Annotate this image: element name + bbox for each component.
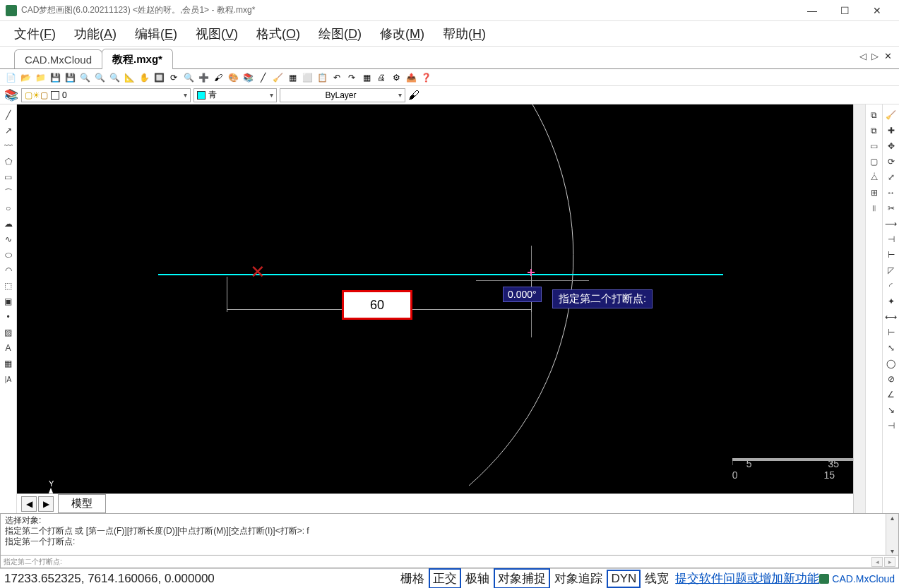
make-block-icon[interactable]: ▣: [2, 295, 15, 308]
regen-icon[interactable]: ⟳: [167, 71, 180, 84]
block-icon[interactable]: ⬜: [301, 71, 314, 84]
tab-active[interactable]: 教程.mxg*: [102, 49, 173, 69]
menu-function[interactable]: 功能(A): [66, 23, 125, 45]
open-icon[interactable]: 📂: [19, 71, 32, 84]
layer-manager-icon[interactable]: 📚: [4, 88, 18, 102]
export-icon[interactable]: 📤: [405, 71, 417, 84]
offset-tool-icon[interactable]: ⫴: [868, 202, 881, 215]
matchprops-icon[interactable]: 🖌: [408, 89, 419, 102]
tool-icon[interactable]: ➕: [197, 71, 210, 84]
status-polar[interactable]: 极轴: [463, 570, 492, 587]
hscroll-right[interactable]: ▸: [884, 557, 895, 567]
xline-tool-icon[interactable]: ↗: [2, 124, 15, 137]
dim-continue-icon[interactable]: ⊣: [885, 419, 898, 432]
spline-tool-icon[interactable]: ∿: [2, 233, 15, 246]
ellipse-arc-tool-icon[interactable]: ◠: [2, 264, 15, 277]
zoom-in-icon[interactable]: 🔍: [93, 71, 106, 84]
trim-tool-icon[interactable]: ✂: [885, 202, 898, 215]
window-tool-icon[interactable]: ▢: [868, 155, 881, 168]
chamfer-tool-icon[interactable]: ◸: [885, 264, 898, 277]
color-icon[interactable]: 🎨: [227, 71, 239, 84]
fillet-tool-icon[interactable]: ◜: [885, 280, 898, 292]
brand-label[interactable]: CAD.MxCloud: [819, 573, 895, 584]
dim-leader-icon[interactable]: ↘: [885, 404, 898, 416]
dim-angular-icon[interactable]: ∠: [885, 388, 898, 401]
print-icon[interactable]: 🖨: [375, 71, 388, 84]
model-tab[interactable]: 模型: [58, 494, 106, 513]
status-osnap[interactable]: 对象捕捉: [494, 568, 550, 588]
grid-icon[interactable]: ▦: [360, 71, 373, 84]
select-window-icon[interactable]: ▭: [868, 140, 881, 152]
zoom-extents-icon[interactable]: 🔍: [78, 71, 91, 84]
hscroll-left[interactable]: ◂: [871, 557, 883, 567]
zoom-out-icon[interactable]: 🔍: [108, 71, 121, 84]
rectangle-tool-icon[interactable]: ▭: [2, 171, 15, 184]
measure-icon[interactable]: 📐: [123, 71, 136, 84]
save-icon[interactable]: 💾: [49, 71, 61, 84]
tab-next-button[interactable]: ▶: [38, 496, 54, 512]
mirror-tool-icon[interactable]: ⧊: [868, 171, 881, 184]
dim-diameter-icon[interactable]: ⊘: [885, 373, 898, 385]
minimize-button[interactable]: —: [796, 0, 828, 21]
point-tool-icon[interactable]: •: [2, 311, 15, 323]
select-icon[interactable]: ▦: [286, 71, 299, 84]
line-tool-icon[interactable]: ╱: [2, 109, 15, 121]
menu-draw[interactable]: 绘图(D): [310, 23, 370, 45]
polygon-tool-icon[interactable]: ⬠: [2, 155, 15, 168]
revcloud-tool-icon[interactable]: ☁: [2, 217, 15, 230]
maximize-button[interactable]: ☐: [828, 0, 861, 21]
status-otrack[interactable]: 对象追踪: [552, 570, 605, 587]
rotate-tool-icon[interactable]: ⟳: [885, 155, 898, 168]
table-tool-icon[interactable]: ▦: [2, 357, 15, 370]
tab-prev-button[interactable]: ◀: [21, 496, 37, 512]
stretch-tool-icon[interactable]: ↔: [885, 186, 898, 199]
feedback-link[interactable]: 提交软件问题或增加新功能: [675, 570, 819, 587]
dim-linear-icon[interactable]: ⊢: [885, 326, 898, 339]
scale-tool-icon[interactable]: ⤢: [885, 171, 898, 184]
status-ortho[interactable]: 正交: [429, 568, 461, 588]
command-input[interactable]: 指定第二个打断点: ◂▸: [0, 556, 899, 568]
pan-icon[interactable]: ✋: [138, 71, 150, 84]
settings-icon[interactable]: ⚙: [390, 71, 403, 84]
menu-help[interactable]: 帮助(H): [434, 23, 494, 45]
erase-icon[interactable]: 🧹: [271, 71, 284, 84]
ellipse-tool-icon[interactable]: ⬭: [2, 248, 15, 261]
status-grid[interactable]: 栅格: [398, 570, 427, 587]
command-scrollbar[interactable]: ▴▾: [886, 514, 898, 555]
dim-radius-icon[interactable]: ◯: [885, 357, 898, 370]
text-tool-icon[interactable]: A: [2, 342, 15, 354]
insert-block-icon[interactable]: ⬚: [2, 280, 15, 292]
lengthen-tool-icon[interactable]: ⟷: [885, 311, 898, 323]
menu-format[interactable]: 格式(O): [248, 23, 309, 45]
tab-cloud[interactable]: CAD.MxCloud: [14, 49, 102, 68]
menu-modify[interactable]: 修改(M): [371, 23, 433, 45]
break-tool-icon[interactable]: ⊣: [885, 233, 898, 246]
canvas-scrollbar[interactable]: [853, 104, 865, 513]
zoom-realtime-icon[interactable]: 🔍: [182, 71, 195, 84]
circle-tool-icon[interactable]: ○: [2, 202, 15, 215]
layer-dropdown[interactable]: ▢☀▢ 0: [21, 88, 191, 102]
move-tool-icon[interactable]: ✥: [885, 140, 898, 152]
brush-icon[interactable]: 🖌: [212, 71, 225, 84]
copy-tool-icon[interactable]: ⧉: [868, 109, 881, 121]
copy3-tool-icon[interactable]: ✚: [885, 124, 898, 137]
new-icon[interactable]: 📄: [4, 71, 17, 84]
hatch-tool-icon[interactable]: ▨: [2, 326, 15, 339]
polyline-tool-icon[interactable]: 〰: [2, 140, 15, 152]
copy2-tool-icon[interactable]: ⧉: [868, 124, 881, 137]
command-text[interactable]: 选择对象: 指定第二个打断点 或 [第一点(F)][打断长度(D)][中点打断(…: [1, 514, 886, 555]
tab-nav-controls[interactable]: ◁ ▷ ✕: [859, 51, 893, 61]
close-button[interactable]: ✕: [861, 0, 893, 21]
dim-aligned-icon[interactable]: ⤡: [885, 342, 898, 354]
zoom-window-icon[interactable]: 🔲: [153, 71, 165, 84]
extend-tool-icon[interactable]: ⟶: [885, 217, 898, 230]
props-icon[interactable]: 📋: [316, 71, 328, 84]
distance-input[interactable]: 60: [342, 290, 412, 320]
explode-tool-icon[interactable]: ✦: [885, 295, 898, 308]
undo-icon[interactable]: ↶: [331, 71, 343, 84]
line-icon[interactable]: ╱: [256, 71, 269, 84]
linetype-dropdown[interactable]: ByLayer: [280, 88, 405, 102]
color-dropdown[interactable]: 青: [194, 88, 277, 102]
redo-icon[interactable]: ↷: [345, 71, 358, 84]
status-dyn[interactable]: DYN: [607, 570, 641, 588]
